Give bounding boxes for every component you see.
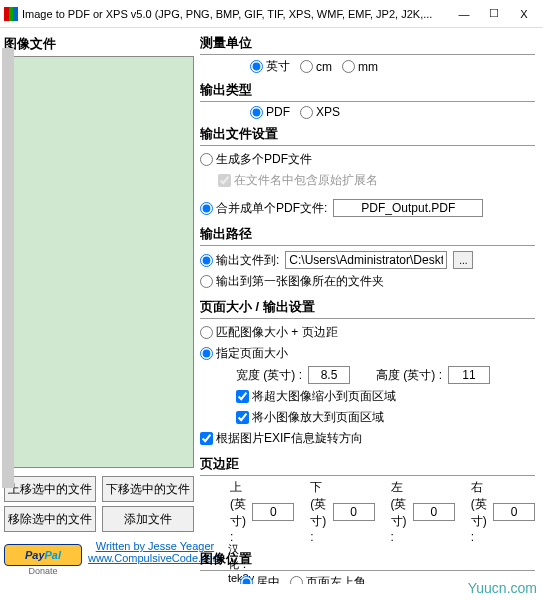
type-xps-radio[interactable]: XPS [300, 105, 340, 119]
margins-header: 页边距 [200, 453, 535, 476]
margin-right-input[interactable] [493, 503, 535, 521]
multi-pdf-radio[interactable]: 生成多个PDF文件 [200, 151, 312, 168]
margin-left-label: 左 (英寸) : [391, 479, 409, 544]
unit-header: 测量单位 [200, 32, 535, 55]
output-filename-input[interactable] [333, 199, 483, 217]
minimize-button[interactable]: — [449, 3, 479, 25]
move-up-button[interactable]: 上移选中的文件 [4, 476, 96, 502]
shrink-checkbox[interactable]: 将超大图像缩小到页面区域 [236, 388, 396, 405]
height-label: 高度 (英寸) : [376, 367, 442, 384]
center-radio[interactable]: 居中 [240, 574, 280, 584]
margin-right-label: 右 (英寸) : [471, 479, 489, 544]
window-title: Image to PDF or XPS v5.0 (JPG, PNG, BMP,… [22, 8, 449, 20]
topleft-radio[interactable]: 页面左上角 [290, 574, 366, 584]
match-size-radio[interactable]: 匹配图像大小 + 页边距 [200, 324, 338, 341]
unit-cm-radio[interactable]: cm [300, 58, 332, 75]
orig-ext-checkbox[interactable]: 在文件名中包含原始扩展名 [218, 172, 378, 189]
move-down-button[interactable]: 下移选中的文件 [102, 476, 194, 502]
app-icon [4, 7, 18, 21]
watermark: Yuucn.com [468, 580, 537, 596]
width-label: 宽度 (英寸) : [236, 367, 302, 384]
close-button[interactable]: X [509, 3, 539, 25]
paypal-button[interactable]: PayPal [4, 544, 82, 566]
margin-top-input[interactable] [252, 503, 294, 521]
exif-checkbox[interactable]: 根据图片EXIF信息旋转方向 [200, 430, 363, 447]
margin-left-input[interactable] [413, 503, 455, 521]
maximize-button[interactable]: ☐ [479, 3, 509, 25]
outfile-header: 输出文件设置 [200, 123, 535, 146]
output-to-radio[interactable]: 输出文件到: [200, 252, 279, 269]
unit-inch-radio[interactable]: 英寸 [250, 58, 290, 75]
unit-mm-radio[interactable]: mm [342, 58, 378, 75]
imgpos-header: 图像位置 [200, 548, 535, 571]
outpath-header: 输出路径 [200, 223, 535, 246]
file-scrollbar[interactable] [2, 48, 14, 488]
output-first-radio[interactable]: 输出到第一张图像所在的文件夹 [200, 273, 384, 290]
donate-label: Donate [4, 566, 82, 576]
enlarge-checkbox[interactable]: 将小图像放大到页面区域 [236, 409, 384, 426]
merge-pdf-radio[interactable]: 合并成单个PDF文件: [200, 200, 327, 217]
output-path-input[interactable] [285, 251, 447, 269]
height-input[interactable] [448, 366, 490, 384]
files-label: 图像文件 [4, 32, 194, 56]
margin-bottom-label: 下 (英寸) : [310, 479, 328, 544]
remove-button[interactable]: 移除选中的文件 [4, 506, 96, 532]
type-header: 输出类型 [200, 79, 535, 102]
browse-button[interactable]: ... [453, 251, 473, 269]
pagesize-header: 页面大小 / 输出设置 [200, 296, 535, 319]
file-list[interactable] [4, 56, 194, 468]
margin-bottom-input[interactable] [333, 503, 375, 521]
specify-size-radio[interactable]: 指定页面大小 [200, 345, 288, 362]
width-input[interactable] [308, 366, 350, 384]
add-button[interactable]: 添加文件 [102, 506, 194, 532]
type-pdf-radio[interactable]: PDF [250, 105, 290, 119]
margin-top-label: 上 (英寸) : [230, 479, 248, 544]
